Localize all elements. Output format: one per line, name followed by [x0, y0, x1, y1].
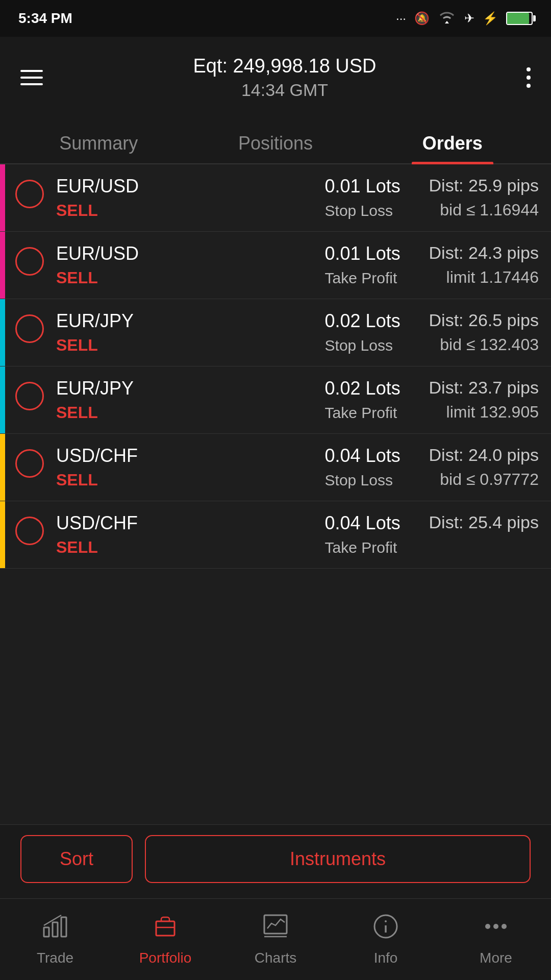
order-main-4: EUR/JPY SELL: [56, 378, 313, 422]
charging-icon: ⚡: [483, 11, 498, 26]
order-price-4: limit 132.905: [429, 403, 539, 422]
order-right-1: Dist: 25.9 pips bid ≤ 1.16944: [429, 176, 539, 219]
order-lots-1: 0.01 Lots: [325, 176, 417, 197]
order-lots-col-1: 0.01 Lots Stop Loss: [325, 176, 417, 219]
nav-more-label: More: [480, 950, 512, 966]
server-time: 14:34 GMT: [193, 80, 376, 100]
order-dist-2: Dist: 24.3 pips: [429, 243, 539, 263]
order-right-3: Dist: 26.5 pips bid ≤ 132.403: [429, 310, 539, 354]
order-circle-4: [15, 382, 44, 410]
order-symbol-4: EUR/JPY: [56, 378, 313, 399]
order-symbol-2: EUR/USD: [56, 243, 313, 264]
nav-charts-label: Charts: [255, 950, 296, 966]
order-lots-5: 0.04 Lots: [325, 445, 417, 467]
nav-info[interactable]: Info: [331, 899, 441, 980]
order-type-6: SELL: [56, 538, 313, 557]
status-time: 5:34 PM: [18, 10, 72, 27]
sort-button[interactable]: Sort: [20, 835, 133, 883]
charts-icon: [262, 913, 289, 945]
orders-list: EUR/USD SELL 0.01 Lots Stop Loss Dist: 2…: [0, 164, 551, 824]
order-order-type-3: Stop Loss: [325, 337, 417, 354]
order-price-5: bid ≤ 0.97772: [429, 470, 539, 489]
tab-positions[interactable]: Positions: [187, 118, 364, 163]
order-right-6: Dist: 25.4 pips: [429, 512, 539, 537]
info-icon: [372, 913, 399, 945]
svg-point-10: [485, 924, 490, 929]
header: Eqt: 249,998.18 USD 14:34 GMT: [0, 37, 551, 118]
order-row-5[interactable]: USD/CHF SELL 0.04 Lots Stop Loss Dist: 2…: [0, 434, 551, 501]
order-right-2: Dist: 24.3 pips limit 1.17446: [429, 243, 539, 287]
order-order-type-6: Take Profit: [325, 539, 417, 556]
order-circle-1: [15, 180, 44, 208]
more-dots-icon: [483, 913, 509, 945]
order-row-4[interactable]: EUR/JPY SELL 0.02 Lots Take Profit Dist:…: [0, 366, 551, 434]
order-side-bar-6: [0, 501, 5, 568]
signal-icon: ···: [396, 11, 406, 26]
order-symbol-6: USD/CHF: [56, 512, 313, 534]
order-content-6: USD/CHF SELL 0.04 Lots Take Profit Dist:…: [5, 501, 551, 568]
order-dist-6: Dist: 25.4 pips: [429, 512, 539, 532]
trade-icon: [42, 913, 68, 945]
order-dist-3: Dist: 26.5 pips: [429, 310, 539, 330]
nav-bar: Trade Portfolio Charts: [0, 898, 551, 980]
order-type-5: SELL: [56, 471, 313, 489]
order-side-bar-3: [0, 299, 5, 366]
status-icons: ··· 🔕 ✈ ⚡: [396, 10, 533, 27]
order-lots-6: 0.04 Lots: [325, 512, 417, 534]
nav-charts[interactable]: Charts: [220, 899, 331, 980]
order-lots-4: 0.02 Lots: [325, 378, 417, 399]
order-order-type-2: Take Profit: [325, 270, 417, 287]
order-lots-col-5: 0.04 Lots Stop Loss: [325, 445, 417, 489]
main-content: Summary Positions Orders EUR/USD SELL 0.…: [0, 118, 551, 898]
instruments-button[interactable]: Instruments: [145, 835, 531, 883]
order-main-1: EUR/USD SELL: [56, 176, 313, 220]
order-symbol-1: EUR/USD: [56, 176, 313, 197]
order-circle-5: [15, 449, 44, 478]
order-side-bar-2: [0, 232, 5, 299]
svg-point-11: [493, 924, 498, 929]
order-side-bar-4: [0, 366, 5, 433]
order-side-bar-1: [0, 164, 5, 231]
equity-value: Eqt: 249,998.18 USD: [193, 55, 376, 77]
order-price-2: limit 1.17446: [429, 268, 539, 287]
order-row-2[interactable]: EUR/USD SELL 0.01 Lots Take Profit Dist:…: [0, 232, 551, 299]
order-circle-6: [15, 517, 44, 545]
order-symbol-3: EUR/JPY: [56, 310, 313, 332]
order-main-3: EUR/JPY SELL: [56, 310, 313, 355]
nav-portfolio-label: Portfolio: [139, 950, 192, 966]
more-button[interactable]: [527, 67, 531, 88]
nav-more[interactable]: More: [441, 899, 551, 980]
order-type-1: SELL: [56, 201, 313, 220]
order-dist-5: Dist: 24.0 pips: [429, 445, 539, 465]
order-content-4: EUR/JPY SELL 0.02 Lots Take Profit Dist:…: [5, 366, 551, 433]
order-content-5: USD/CHF SELL 0.04 Lots Stop Loss Dist: 2…: [5, 434, 551, 501]
tab-summary[interactable]: Summary: [10, 118, 187, 163]
nav-trade[interactable]: Trade: [0, 899, 110, 980]
order-price-1: bid ≤ 1.16944: [429, 201, 539, 219]
svg-rect-3: [156, 921, 174, 936]
order-row-1[interactable]: EUR/USD SELL 0.01 Lots Stop Loss Dist: 2…: [0, 164, 551, 232]
order-type-3: SELL: [56, 336, 313, 355]
order-type-2: SELL: [56, 268, 313, 287]
svg-rect-2: [61, 917, 66, 937]
svg-rect-5: [264, 915, 287, 934]
portfolio-icon: [152, 913, 179, 945]
order-right-4: Dist: 23.7 pips limit 132.905: [429, 378, 539, 422]
order-row-6[interactable]: USD/CHF SELL 0.04 Lots Take Profit Dist:…: [0, 501, 551, 569]
order-dist-4: Dist: 23.7 pips: [429, 378, 539, 398]
status-bar: 5:34 PM ··· 🔕 ✈ ⚡: [0, 0, 551, 37]
order-type-4: SELL: [56, 403, 313, 422]
order-content-3: EUR/JPY SELL 0.02 Lots Stop Loss Dist: 2…: [5, 299, 551, 366]
menu-button[interactable]: [20, 70, 43, 85]
order-row-3[interactable]: EUR/JPY SELL 0.02 Lots Stop Loss Dist: 2…: [0, 299, 551, 366]
nav-info-label: Info: [374, 950, 398, 966]
order-main-5: USD/CHF SELL: [56, 445, 313, 489]
tab-orders[interactable]: Orders: [364, 118, 541, 163]
order-symbol-5: USD/CHF: [56, 445, 313, 467]
order-lots-2: 0.01 Lots: [325, 243, 417, 264]
tabs: Summary Positions Orders: [0, 118, 551, 164]
svg-rect-1: [53, 922, 58, 937]
order-lots-3: 0.02 Lots: [325, 310, 417, 332]
nav-portfolio[interactable]: Portfolio: [110, 899, 220, 980]
order-dist-1: Dist: 25.9 pips: [429, 176, 539, 195]
